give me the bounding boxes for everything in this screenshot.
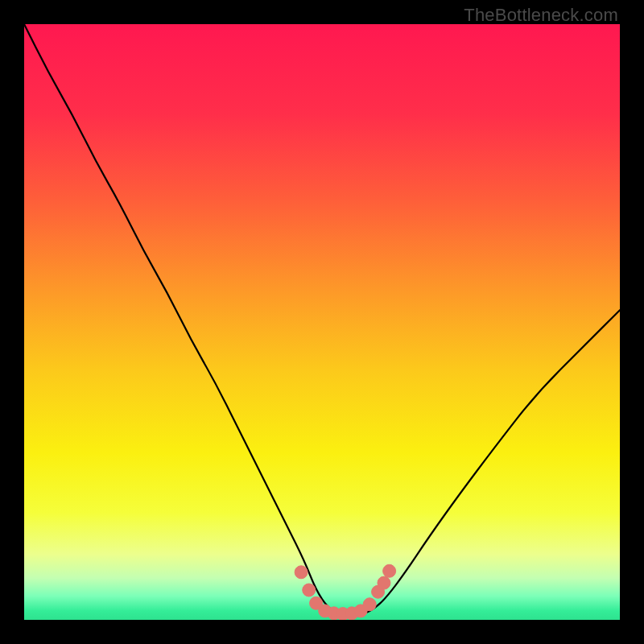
watermark-text: TheBottleneck.com (464, 5, 618, 26)
gradient-background (24, 24, 620, 620)
svg-rect-0 (24, 24, 620, 620)
chart-frame: TheBottleneck.com (0, 0, 644, 644)
plot-area (24, 24, 620, 620)
